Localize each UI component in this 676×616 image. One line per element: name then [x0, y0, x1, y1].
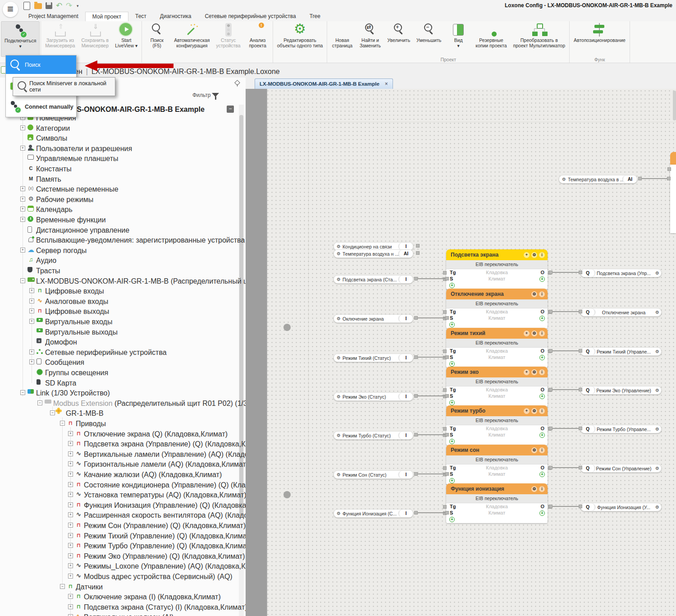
tree-item[interactable] [0, 408, 238, 418]
add-output-icon[interactable]: + [539, 276, 545, 282]
wire-endpoint[interactable] [445, 472, 449, 476]
tree-item[interactable] [0, 317, 238, 326]
wire-endpoint[interactable] [414, 394, 418, 398]
collapse-icon[interactable]: − [20, 390, 25, 395]
menu-tab-2[interactable]: Мой проект [85, 12, 128, 21]
wire-endpoint[interactable] [414, 277, 418, 280]
input-pill-8[interactable]: ⚙Режим Сон (Статус)I [333, 470, 413, 479]
function-block-6[interactable]: Режим сон⚙iEIB переключательTgКладовкаOS… [446, 445, 548, 484]
expand-icon[interactable]: + [20, 146, 25, 151]
add-output-icon[interactable]: + [539, 432, 545, 438]
add-input-icon[interactable]: + [449, 477, 455, 483]
gear-icon[interactable]: ⚙ [531, 291, 537, 297]
expand-icon[interactable]: + [29, 359, 34, 364]
expand-icon[interactable]: + [68, 614, 73, 616]
function-block-5[interactable]: Режим турбо+⚙iEIB переключательTgКладовк… [446, 405, 548, 445]
cut-block-body[interactable] [670, 165, 676, 233]
expand-icon[interactable]: + [68, 431, 73, 436]
wire-endpoint[interactable] [549, 310, 553, 313]
output-pill-1[interactable]: QПодсветка экрана (Упр...⚙ [580, 269, 662, 277]
output-pill-6[interactable]: QРежим Сон (Управление)⚙ [580, 464, 662, 473]
document-tab[interactable]: LX-MODBUS-ONOKOM-AIR-GR-1-MB-B Example× [255, 78, 393, 89]
gear-icon[interactable]: ⚙ [334, 511, 343, 516]
menu-tab-5[interactable]: Сетевые периферийные устройства [198, 12, 302, 21]
tree-item[interactable] [0, 357, 238, 367]
wire-endpoint[interactable] [579, 427, 582, 430]
block-left-connector[interactable] [443, 349, 447, 353]
wire-endpoint[interactable] [414, 316, 418, 320]
block-left-connector[interactable] [443, 310, 447, 314]
filter-funnel-icon[interactable] [212, 93, 219, 100]
input-pill-7[interactable]: ⚙Режим Турбо (Статус)I [333, 431, 413, 440]
menu-tab-1[interactable]: Project Management [22, 12, 85, 21]
expand-icon[interactable]: + [68, 553, 73, 558]
tree-item[interactable] [0, 306, 238, 316]
collapse-all-button[interactable]: − [227, 106, 234, 113]
expand-icon[interactable]: + [29, 308, 34, 313]
wire-endpoint[interactable] [414, 433, 418, 437]
green-plus-icon[interactable]: + [449, 400, 455, 405]
green-plus-icon[interactable]: + [539, 394, 545, 399]
gear-icon[interactable]: ⚙ [334, 355, 343, 360]
add-icon[interactable]: + [524, 252, 530, 258]
expand-icon[interactable]: + [68, 523, 73, 528]
tree-item[interactable] [0, 378, 238, 388]
ribbon-button-wand[interactable]: Автоматическаяконфигурация [171, 21, 213, 57]
wire-endpoint[interactable] [579, 466, 582, 469]
expand-icon[interactable]: + [68, 472, 73, 477]
ribbon-button-traffic[interactable]: Статусустройства [213, 21, 244, 57]
expand-icon[interactable]: + [68, 451, 73, 456]
search-menu-item-3[interactable]: Connect manually [6, 97, 76, 117]
output-port-o[interactable]: O [540, 308, 544, 315]
green-plus-icon[interactable]: + [449, 517, 455, 522]
wire-endpoint[interactable] [414, 511, 418, 515]
save-icon[interactable] [46, 2, 52, 9]
menu-tab-3[interactable]: Тест [128, 12, 153, 21]
tree-item[interactable] [0, 368, 238, 377]
wire-endpoint[interactable] [579, 310, 582, 313]
wire-endpoint[interactable] [549, 349, 553, 353]
add-input-icon[interactable]: + [449, 360, 455, 367]
ribbon-button-newpage[interactable]: Новаястраница [328, 21, 356, 57]
wire-endpoint[interactable] [549, 427, 553, 430]
expand-icon[interactable]: + [68, 502, 73, 507]
collapse-icon[interactable]: − [60, 584, 65, 589]
green-plus-icon[interactable]: + [539, 316, 545, 321]
expand-icon[interactable]: + [29, 288, 34, 293]
output-port-o[interactable]: O [540, 386, 544, 393]
ribbon-button-analysis[interactable]: Анализпроекта [244, 21, 272, 57]
wire-endpoint[interactable] [549, 505, 553, 508]
block-left-connector[interactable] [443, 388, 447, 392]
canvas-handle-dot[interactable] [283, 491, 291, 498]
wiring-canvas[interactable]: Подсветка экрана+⚙iEIB переключательTgКл… [246, 89, 676, 616]
add-output-icon[interactable]: + [539, 354, 545, 360]
gear-icon[interactable]: ⚙ [334, 472, 343, 477]
tree-item[interactable] [0, 296, 238, 306]
tree-item[interactable] [0, 286, 238, 296]
redo-icon[interactable]: ↷ [66, 2, 75, 10]
function-block-2[interactable]: Отключение экрана⚙iEIB переключательTgКл… [446, 289, 548, 328]
wire-endpoint[interactable] [445, 433, 449, 437]
wire-endpoint[interactable] [445, 394, 449, 398]
collapse-icon[interactable]: − [60, 421, 65, 426]
expand-icon[interactable]: + [68, 441, 73, 446]
green-plus-icon[interactable]: + [539, 472, 545, 477]
output-pill-3[interactable]: QРежим Тихий (Управле...⚙ [580, 347, 662, 356]
green-plus-icon[interactable]: + [449, 283, 455, 288]
tree-item[interactable] [0, 327, 238, 337]
expand-icon[interactable]: + [29, 299, 34, 303]
wire-endpoint[interactable] [445, 316, 449, 320]
info-icon[interactable]: i [539, 447, 545, 453]
function-block-4[interactable]: Режим эко+⚙iEIB переключательTgКладовкаO… [446, 367, 548, 406]
ribbon-button-zoomin[interactable]: +Увеличить [384, 21, 413, 57]
gear-icon[interactable]: ⚙ [653, 427, 661, 432]
output-pill-5[interactable]: QРежим Турбо (Управле...⚙ [580, 425, 662, 433]
ribbon-button-findrep[interactable]: ⇄Найти иЗаменить [356, 21, 384, 57]
add-input-icon[interactable]: + [449, 438, 455, 444]
gear-icon[interactable]: ⚙ [334, 394, 343, 399]
input-pill-2[interactable]: ⚙Температура воздуха н ...AI [333, 249, 413, 258]
wire-endpoint[interactable] [579, 349, 582, 353]
hamburger-menu-icon[interactable]: ≡ [3, 2, 18, 17]
gear-icon[interactable]: ⚙ [531, 331, 537, 336]
expand-icon[interactable]: + [68, 492, 73, 497]
